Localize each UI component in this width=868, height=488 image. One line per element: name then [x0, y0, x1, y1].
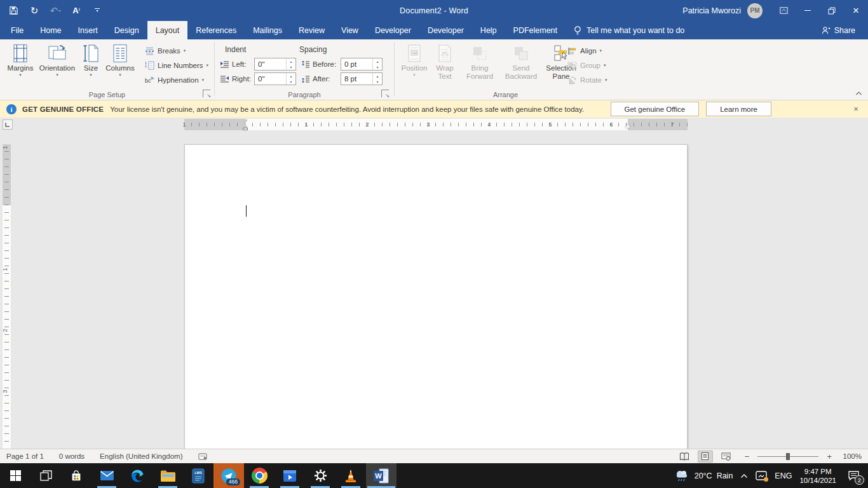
action-center-button[interactable]: 2	[844, 466, 863, 485]
tell-me-box[interactable]: Tell me what you want to do	[566, 21, 692, 39]
macro-record-icon[interactable]	[198, 452, 208, 461]
collapse-ribbon-button[interactable]	[853, 89, 864, 98]
tab-file[interactable]: File	[3, 21, 32, 39]
movies-tv-button[interactable]	[275, 463, 305, 488]
share-button[interactable]: Share	[821, 21, 868, 39]
document-page[interactable]	[184, 144, 688, 449]
indent-right-spinner: ▴▾	[286, 73, 295, 85]
mail-button[interactable]	[92, 463, 122, 488]
tray-app-icon[interactable]	[756, 471, 767, 481]
spin-down-icon[interactable]: ▾	[373, 79, 382, 85]
spin-up-icon[interactable]: ▴	[373, 58, 382, 64]
zoom-slider-thumb[interactable]	[786, 453, 790, 460]
learn-more-button[interactable]: Learn more	[706, 102, 771, 116]
columns-button[interactable]: Columns ▾	[104, 41, 137, 93]
spacing-before-input[interactable]: 0 pt ▴▾	[341, 58, 383, 71]
tray-overflow-chevron[interactable]	[740, 473, 748, 478]
align-button[interactable]: Align ▾	[567, 44, 602, 57]
chrome-browser-button[interactable]	[244, 463, 275, 488]
tab-mailings[interactable]: Mailings	[245, 21, 290, 39]
tab-developer-1[interactable]: Developer	[367, 21, 419, 39]
microsoft-store-button[interactable]	[61, 463, 92, 488]
zoom-level[interactable]: 100%	[837, 452, 862, 460]
start-button[interactable]	[0, 463, 31, 488]
tab-insert[interactable]: Insert	[70, 21, 106, 39]
page-setup-dialog-launcher[interactable]: ↘	[203, 90, 210, 97]
tab-stop-selector[interactable]	[3, 119, 13, 130]
margins-button[interactable]: Margins ▾	[5, 41, 36, 93]
taskbar-clock[interactable]: 9:47 PM 10/14/2021	[799, 467, 836, 485]
language-status[interactable]: English (United Kingdom)	[100, 452, 182, 460]
web-layout-button[interactable]	[719, 451, 734, 463]
telegram-button[interactable]: 466	[214, 463, 244, 488]
spin-up-icon[interactable]: ▴	[373, 73, 382, 79]
zoom-out-button[interactable]: −	[745, 452, 750, 461]
tab-view[interactable]: View	[333, 21, 367, 39]
page-count-status[interactable]: Page 1 of 1	[6, 452, 44, 460]
restore-button[interactable]	[820, 0, 844, 21]
ribbon-display-options-button[interactable]	[771, 0, 796, 21]
zoom-in-button[interactable]: +	[827, 452, 832, 461]
lms-app-button[interactable]: LMS	[183, 463, 214, 488]
ruler-number: 5	[548, 121, 552, 128]
wrap-text-icon	[438, 43, 452, 64]
genuine-office-notice-bar: i GET GENUINE OFFICE Your license isn't …	[0, 100, 868, 118]
chevron-down-icon: ▾	[604, 63, 606, 68]
edge-browser-button[interactable]	[122, 463, 153, 488]
minimize-button[interactable]	[796, 0, 820, 21]
settings-button[interactable]	[305, 463, 336, 488]
customize-qat-button[interactable]: ▾	[92, 5, 103, 17]
close-button[interactable]: ×	[844, 0, 868, 21]
size-button[interactable]: Size ▾	[79, 41, 103, 93]
spin-down-icon[interactable]: ▾	[373, 64, 382, 70]
spin-down-icon[interactable]: ▾	[287, 79, 295, 85]
left-indent-marker[interactable]	[243, 128, 248, 130]
breaks-button[interactable]: Breaks ▾	[145, 44, 186, 57]
tab-design[interactable]: Design	[106, 21, 147, 39]
tab-review[interactable]: Review	[290, 21, 333, 39]
get-genuine-office-button[interactable]: Get genuine Office	[611, 102, 700, 116]
ruler-number: 3	[426, 121, 430, 128]
right-indent-marker[interactable]	[625, 124, 630, 128]
first-line-indent-marker[interactable]	[243, 119, 248, 123]
spin-up-icon[interactable]: ▴	[287, 58, 295, 64]
file-explorer-button[interactable]	[153, 463, 183, 488]
chevron-down-icon: ▾	[56, 72, 58, 78]
spin-down-icon[interactable]: ▾	[287, 64, 295, 70]
repeat-button[interactable]: ↻	[29, 5, 40, 17]
tab-home[interactable]: Home	[32, 21, 69, 39]
notice-close-icon[interactable]: ×	[846, 104, 865, 114]
line-numbers-button[interactable]: 12 Line Numbers ▾	[145, 59, 208, 72]
word-count-status[interactable]: 0 words	[59, 452, 85, 460]
horizontal-ruler[interactable]: 11234567	[184, 119, 688, 130]
weather-widget[interactable]: 20°C Rain	[674, 468, 733, 484]
spacing-header: Spacing	[299, 45, 327, 54]
input-language-indicator[interactable]: ENG	[775, 471, 792, 480]
spacing-after-input[interactable]: 8 pt ▴▾	[341, 72, 383, 85]
word-taskbar-button[interactable]: W	[366, 463, 397, 488]
tab-pdfelement[interactable]: PDFelement	[505, 21, 566, 39]
account-avatar[interactable]: PM	[747, 3, 763, 18]
group-page-setup: Margins ▾ Orientation ▾ Size ▾	[0, 39, 214, 100]
zoom-slider[interactable]	[757, 456, 818, 457]
orientation-button[interactable]: Orientation ▾	[37, 41, 78, 93]
print-layout-button[interactable]	[698, 451, 713, 463]
title-bar: ↻ ↶▾ A⁾ ▾ Document2 - Word Patricia Mwor…	[0, 0, 868, 21]
paragraph-dialog-launcher[interactable]: ↘	[381, 90, 389, 97]
spin-up-icon[interactable]: ▴	[287, 73, 295, 79]
vertical-ruler[interactable]: 1123	[3, 144, 11, 449]
tab-layout-active[interactable]: Layout	[147, 21, 188, 39]
hyphenation-button[interactable]: bca- Hyphenation ▾	[145, 74, 204, 86]
indent-right-input[interactable]: 0" ▴▾	[254, 72, 296, 85]
tab-references[interactable]: References	[187, 21, 245, 39]
read-mode-button[interactable]	[677, 451, 692, 463]
task-view-button[interactable]	[31, 463, 61, 488]
chevron-down-icon: ▾	[605, 78, 607, 83]
tab-help[interactable]: Help	[472, 21, 505, 39]
indent-left-input[interactable]: 0" ▴▾	[254, 58, 296, 71]
account-name[interactable]: Patricia Mworozi	[682, 6, 741, 15]
save-button[interactable]	[8, 5, 19, 17]
vlc-player-button[interactable]	[336, 463, 366, 488]
read-aloud-button[interactable]: A⁾	[71, 5, 82, 17]
tab-developer-2[interactable]: Developer	[419, 21, 472, 39]
